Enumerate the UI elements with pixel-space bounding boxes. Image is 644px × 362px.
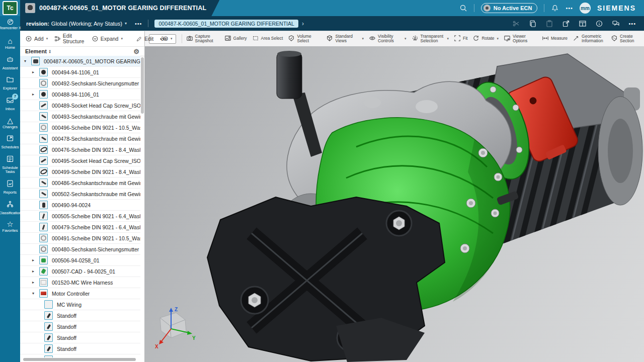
tree-row[interactable]: 000489-Socket Head Cap Screw_ISO_ISO 476… (20, 100, 140, 111)
viewer-canvas[interactable]: Z Y X (145, 46, 644, 362)
standard-views-button[interactable]: Standard Views▾ (324, 31, 366, 46)
tree-row[interactable]: 000478-Sechskantschraube mit Gewinde bis… (20, 133, 140, 144)
tree-row[interactable]: 000494-94-1106_01 (20, 67, 140, 78)
search-icon[interactable] (459, 4, 467, 12)
sidebar-item-reports[interactable]: Reports (0, 177, 20, 198)
copy-icon[interactable] (529, 20, 537, 28)
sidebar-item-classification[interactable]: Classification (0, 198, 20, 218)
create-section-button[interactable]: Create Section▾ (608, 31, 644, 46)
tree-horizontal-scrollbar[interactable] (23, 358, 136, 361)
caret-collapsed-icon[interactable] (32, 258, 39, 262)
tree-row[interactable]: Standoff (20, 343, 140, 354)
sidebar-item-favorites[interactable]: ☆ Favorites (0, 218, 20, 236)
rotate-button[interactable]: Rotate▾ (470, 31, 501, 46)
tree-row[interactable]: 000490-94-0024 (20, 200, 140, 211)
sidebar-item-schedules[interactable]: Schedules (0, 132, 20, 152)
column-title: Element (25, 48, 47, 54)
notifications-bell-icon[interactable] (551, 4, 559, 12)
tree-more-icon[interactable]: ••• (160, 36, 168, 42)
edit-structure-button[interactable]: Edit Structure (54, 33, 85, 44)
tree-row[interactable]: 000493-Sechskantschraube mit Gewinde bis… (20, 111, 140, 122)
tree-row[interactable]: 000491-Scheibe DIN 9021 - 10.5_Washer DI… (20, 233, 140, 244)
tree-row[interactable]: 001520-MC Wire Harness (20, 277, 140, 288)
caret-collapsed-icon[interactable] (32, 70, 39, 74)
tree-row[interactable]: Motor Controller (20, 288, 140, 299)
sidebar-item-home[interactable]: ⌂ Home (0, 35, 20, 53)
tree-row[interactable]: Standoff (20, 310, 140, 321)
table-settings-gear-icon[interactable]: ⚙ (133, 48, 139, 55)
layout-icon[interactable] (579, 20, 587, 28)
measure-button[interactable]: Measure (539, 31, 570, 46)
edit-button[interactable]: Edit (136, 36, 153, 42)
washer-icon (39, 145, 48, 154)
transparent-circle-icon (412, 35, 419, 43)
active-object-tab[interactable]: 000487-K-00605_01_MOTOR GEARING DIFFEREN… (20, 0, 219, 16)
sidebar-item-assistant[interactable]: Assistant (0, 53, 20, 73)
tree-vertical-scrollbar[interactable] (141, 57, 144, 114)
tree-row[interactable]: 000506-94-0258_01 (20, 255, 140, 266)
volume-select-button[interactable]: Volume Select (285, 31, 324, 46)
comments-icon[interactable] (612, 20, 620, 28)
tree-row[interactable]: 000496-Scheibe DIN 9021 - 10.5_Washer DI… (20, 122, 140, 133)
breadcrumb-more-icon[interactable]: ••• (135, 21, 142, 27)
capture-snapshot-button[interactable]: Capture Snapshot (184, 31, 222, 46)
tree-row[interactable]: 000487-K-00605_01_MOTOR GEARING DIFFEREN… (20, 56, 140, 67)
gallery-button[interactable]: Gallery (222, 31, 250, 46)
tree-row[interactable]: Standoff (20, 332, 140, 343)
visibility-controls-button[interactable]: Visibility Controls▾ (366, 31, 409, 46)
sidebar-item-inbox[interactable]: 7 Inbox (0, 94, 20, 114)
sidebar-item-schedule-tasks[interactable]: Schedule Tasks (0, 152, 20, 177)
caret-expanded-icon[interactable] (24, 59, 31, 63)
tree-column-header[interactable]: Element ▴▾ ⚙ (20, 47, 144, 56)
tree-row[interactable]: 000505-Scheibe DIN 9021 - 6.4_Washer DIN… (20, 211, 140, 222)
caret-collapsed-icon[interactable] (32, 92, 39, 97)
user-avatar[interactable]: mm (580, 3, 591, 14)
sidebar-item-changes[interactable]: △ Changes (0, 114, 20, 132)
orientation-triad[interactable]: Z Y X (151, 305, 197, 349)
area-select-button[interactable]: Area Select (250, 31, 286, 46)
transparent-selection-button[interactable]: Transparent Selection▾ (409, 31, 452, 46)
open-in-icon[interactable] (562, 20, 570, 28)
add-button[interactable]: Add▾ (25, 35, 48, 42)
tree-row[interactable]: 000486-Sechskantschraube mit Gewinde bis… (20, 177, 140, 189)
fit-button[interactable]: Fit (451, 31, 470, 46)
assistant-icon (6, 55, 14, 65)
tree-row[interactable]: 000507-CAD - 94-0025_01 (20, 266, 140, 277)
tree-row[interactable]: 000479-Scheibe DIN 9021 - 6.4_Washer DIN… (20, 222, 140, 233)
breadcrumb-chip[interactable]: 000487-K-00605_01_MOTOR GEARING DIFFEREN… (154, 20, 298, 28)
info-icon[interactable] (595, 20, 603, 28)
app-logo[interactable]: Tc (0, 0, 20, 16)
tree-row[interactable]: 000480-Sechskant-Sicherungsmutter ISO 70… (20, 244, 140, 255)
divider (544, 4, 544, 12)
tree-row[interactable]: 000502-Sechskantschraube mit Gewinde bis… (20, 189, 140, 200)
tree-row[interactable]: 000499-Scheibe DIN 9021 - 8.4_Washer DIN… (20, 166, 140, 177)
caret-collapsed-icon[interactable] (32, 269, 39, 274)
workspace-switcher[interactable]: Teamcenter X (0, 16, 21, 35)
more-object-actions-icon[interactable]: ••• (628, 21, 636, 27)
chevron-down-icon: ▾ (171, 37, 173, 41)
expand-button[interactable]: Expand▾ (92, 35, 123, 42)
tree-row[interactable]: 000476-Scheibe DIN 9021 - 8.4_Washer DIN… (20, 144, 140, 155)
bracket-bolt (386, 211, 412, 236)
more-actions-icon[interactable]: ••• (566, 5, 573, 11)
screw-icon (39, 112, 48, 121)
caret-expanded-icon[interactable] (32, 291, 39, 296)
3d-model[interactable] (145, 46, 644, 362)
screw-icon (39, 190, 48, 198)
tree-row[interactable]: Standoff (20, 321, 140, 332)
caret-collapsed-icon[interactable] (32, 280, 39, 285)
chevron-down-icon: ▾ (497, 37, 499, 41)
sidebar-item-explorer[interactable]: Explorer (0, 73, 20, 94)
tree-row[interactable]: 000492-Sechskant-Sicherungsmutter ISO 70… (20, 78, 140, 89)
changes-icon: △ (7, 117, 13, 124)
tree-row[interactable]: 000488-94-1106_01 (20, 89, 140, 100)
svg-text:Y: Y (192, 335, 196, 341)
washer-icon (39, 167, 48, 176)
revision-rule-selector[interactable]: Global (Working; Any Status) (51, 21, 122, 27)
viewer-options-button[interactable]: Viewer Options (501, 31, 539, 46)
tree-row-partial[interactable] (20, 354, 140, 357)
tree-row[interactable]: 000495-Socket Head Cap Screw_ISO_ISO 476… (20, 155, 140, 166)
ecn-status-pill[interactable]: No Active ECN (481, 3, 538, 13)
tree-row[interactable]: MC Wiring (20, 299, 140, 310)
geometric-information-button[interactable]: Geometric Information (570, 31, 608, 46)
